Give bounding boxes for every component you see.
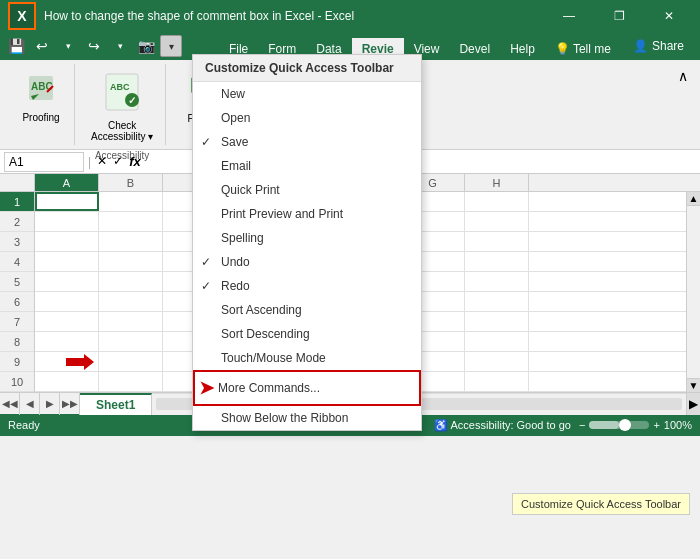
- menu-item-redo[interactable]: Redo: [193, 274, 421, 298]
- vertical-scrollbar[interactable]: ▲ ▼: [686, 192, 700, 392]
- minimize-button[interactable]: —: [546, 0, 592, 32]
- tab-developer[interactable]: Devel: [449, 38, 500, 60]
- cell-h6[interactable]: [465, 292, 529, 311]
- cell-h7[interactable]: [465, 312, 529, 331]
- row-num-4[interactable]: 4: [0, 252, 34, 272]
- cell-b1[interactable]: [99, 192, 163, 211]
- menu-item-email[interactable]: Email: [193, 154, 421, 178]
- ribbon-collapse-button[interactable]: ∧: [678, 68, 688, 84]
- sheet-nav-next[interactable]: ▶: [40, 393, 60, 415]
- scroll-down-arrow[interactable]: ▼: [687, 378, 700, 392]
- cell-h2[interactable]: [465, 212, 529, 231]
- qat-redo-button[interactable]: ↪: [82, 34, 106, 58]
- cell-h10[interactable]: [465, 372, 529, 391]
- status-right: ♿ Accessibility: Good to go − + 100%: [434, 419, 692, 432]
- cell-a7[interactable]: [35, 312, 99, 331]
- tab-help[interactable]: Help: [500, 38, 545, 60]
- maximize-button[interactable]: ❐: [596, 0, 642, 32]
- quick-access-toolbar: 💾 ↩ ▾ ↪ ▾ 📷 ▾: [4, 32, 182, 60]
- zoom-control[interactable]: − + 100%: [579, 419, 692, 431]
- cell-b10[interactable]: [99, 372, 163, 391]
- qat-redo-arrow[interactable]: ▾: [108, 34, 132, 58]
- confirm-formula-icon[interactable]: ✓: [111, 152, 125, 171]
- cell-a6[interactable]: [35, 292, 99, 311]
- tooltip-customize-qat: Customize Quick Access Toolbar: [512, 493, 690, 515]
- menu-item-touch-mode[interactable]: Touch/Mouse Mode: [193, 346, 421, 370]
- cell-h5[interactable]: [465, 272, 529, 291]
- cell-b3[interactable]: [99, 232, 163, 251]
- row-num-1[interactable]: 1: [0, 192, 34, 212]
- share-label[interactable]: Share: [652, 39, 684, 53]
- cell-h9[interactable]: [465, 352, 529, 371]
- cell-b2[interactable]: [99, 212, 163, 231]
- cell-b8[interactable]: [99, 332, 163, 351]
- menu-item-open[interactable]: Open: [193, 106, 421, 130]
- proofing-icon: ABC: [25, 72, 57, 110]
- cell-b6[interactable]: [99, 292, 163, 311]
- cell-a3[interactable]: [35, 232, 99, 251]
- cell-a1[interactable]: [35, 192, 99, 211]
- insert-function-icon[interactable]: fx: [127, 152, 143, 171]
- cell-b5[interactable]: [99, 272, 163, 291]
- col-header-a[interactable]: A: [35, 174, 99, 191]
- sheet-nav-first[interactable]: ◀◀: [0, 393, 20, 415]
- qat-camera-button[interactable]: 📷: [134, 34, 158, 58]
- qat-save-button[interactable]: 💾: [4, 34, 28, 58]
- row-num-2[interactable]: 2: [0, 212, 34, 232]
- zoom-slider[interactable]: [589, 421, 649, 429]
- row-num-10[interactable]: 10: [0, 372, 34, 392]
- col-header-b[interactable]: B: [99, 174, 163, 191]
- row-num-5[interactable]: 5: [0, 272, 34, 292]
- row-num-8[interactable]: 8: [0, 332, 34, 352]
- zoom-in-icon[interactable]: +: [653, 419, 659, 431]
- cell-b9[interactable]: [99, 352, 163, 371]
- row-num-6[interactable]: 6: [0, 292, 34, 312]
- red-arrow-icon: [66, 354, 94, 370]
- cell-b7[interactable]: [99, 312, 163, 331]
- row-num-9[interactable]: 9: [0, 352, 34, 372]
- menu-item-more-commands[interactable]: ➤ More Commands...: [193, 370, 421, 406]
- cell-h3[interactable]: [465, 232, 529, 251]
- cell-b4[interactable]: [99, 252, 163, 271]
- cell-h4[interactable]: [465, 252, 529, 271]
- col-header-h[interactable]: H: [465, 174, 529, 191]
- row-num-3[interactable]: 3: [0, 232, 34, 252]
- cell-h8[interactable]: [465, 332, 529, 351]
- scroll-up-arrow[interactable]: ▲: [687, 192, 700, 206]
- menu-item-show-below[interactable]: Show Below the Ribbon: [193, 406, 421, 430]
- accessibility-text: Accessibility: Good to go: [451, 419, 571, 431]
- sheet-nav-last[interactable]: ▶▶: [60, 393, 80, 415]
- cell-a4[interactable]: [35, 252, 99, 271]
- menu-item-quick-print[interactable]: Quick Print: [193, 178, 421, 202]
- sheet1-tab[interactable]: Sheet1: [80, 393, 152, 415]
- menu-item-undo[interactable]: Undo: [193, 250, 421, 274]
- menu-item-new[interactable]: New: [193, 82, 421, 106]
- cell-a8[interactable]: [35, 332, 99, 351]
- close-button[interactable]: ✕: [646, 0, 692, 32]
- sheet-nav-prev[interactable]: ◀: [20, 393, 40, 415]
- menu-item-save[interactable]: Save: [193, 130, 421, 154]
- svg-marker-10: [66, 354, 94, 370]
- row-num-7[interactable]: 7: [0, 312, 34, 332]
- cell-h1[interactable]: [465, 192, 529, 211]
- proofing-button[interactable]: ABC Proofing: [16, 68, 66, 127]
- menu-item-print-preview[interactable]: Print Preview and Print: [193, 202, 421, 226]
- cell-a10[interactable]: [35, 372, 99, 391]
- scroll-right-arrow[interactable]: ▶: [686, 393, 700, 415]
- zoom-out-icon[interactable]: −: [579, 419, 585, 431]
- qat-customize-button[interactable]: ▾: [160, 35, 182, 57]
- cancel-formula-icon[interactable]: ✕: [95, 152, 109, 171]
- tab-tell-me[interactable]: 💡 Tell me: [545, 38, 621, 60]
- person-icon: 👤: [633, 39, 648, 53]
- menu-item-sort-asc[interactable]: Sort Ascending: [193, 298, 421, 322]
- menu-item-sort-desc[interactable]: Sort Descending: [193, 322, 421, 346]
- cell-a2[interactable]: [35, 212, 99, 231]
- cell-a9[interactable]: [35, 352, 99, 371]
- menu-item-spelling[interactable]: Spelling: [193, 226, 421, 250]
- qat-undo-arrow[interactable]: ▾: [56, 34, 80, 58]
- check-accessibility-button[interactable]: ABC ✓ CheckAccessibility ▾: [87, 68, 157, 146]
- red-arrow-menu-icon: ➤: [199, 377, 214, 399]
- qat-undo-button[interactable]: ↩: [30, 34, 54, 58]
- cell-a5[interactable]: [35, 272, 99, 291]
- name-box[interactable]: [4, 152, 84, 172]
